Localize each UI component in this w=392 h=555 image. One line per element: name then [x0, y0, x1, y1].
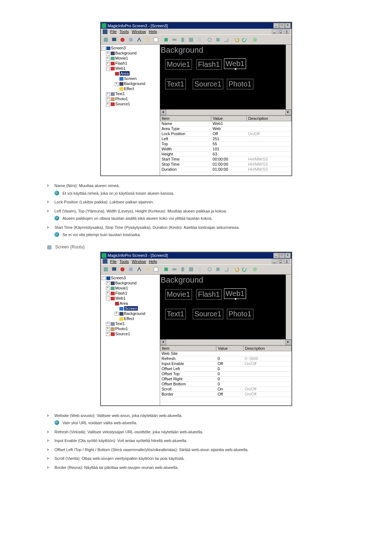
property-grid[interactable]: ItemValueDescriptionWeb SiteRefresh00~36… — [160, 345, 291, 405]
mdi-minimize-button[interactable]: _ — [272, 259, 277, 264]
menu-window[interactable]: Window — [132, 259, 146, 264]
grid-header[interactable]: Description — [243, 345, 291, 351]
property-grid[interactable]: ItemValueDescriptionNameWeb1Area TypeWeb… — [160, 115, 291, 175]
mdi-close-button[interactable]: × — [284, 29, 290, 34]
tool-icon[interactable] — [102, 266, 110, 274]
menu-tools[interactable]: Tools — [119, 259, 129, 264]
table-row[interactable]: Start Time00:00:00HH/MM/SS — [160, 157, 291, 162]
tree-item[interactable]: -Web1 — [102, 66, 159, 71]
tool-icon[interactable] — [110, 266, 118, 274]
tree-item[interactable]: +Background — [102, 50, 159, 56]
preview-canvas[interactable]: Background Movie1 Flash1 Web1 Text1 Sour… — [160, 275, 286, 339]
tool-icon[interactable] — [222, 36, 230, 44]
tool-icon[interactable] — [119, 266, 127, 274]
titlebar[interactable]: MagicInfoPro Screen3 - [Screen3] _ □ × — [101, 252, 291, 259]
table-row[interactable]: Top55 — [160, 142, 291, 147]
menu-tools[interactable]: Tools — [119, 29, 129, 34]
preview-box[interactable]: Movie1 — [165, 289, 192, 300]
undo-icon[interactable] — [233, 36, 241, 44]
tree-item[interactable]: Area — [102, 71, 159, 76]
vertical-scrollbar[interactable] — [286, 275, 291, 339]
table-row[interactable]: Stop Time01:00:00HH/MM/SS — [160, 162, 291, 167]
table-row[interactable]: Height63 — [160, 152, 291, 157]
tree-item[interactable]: +Background — [102, 280, 159, 285]
table-row[interactable]: Lock PositionOffOn/Off — [160, 131, 291, 137]
table-row[interactable]: Width101 — [160, 147, 291, 152]
tree-item[interactable]: +Photo1 — [102, 96, 159, 101]
tool-icon[interactable] — [135, 266, 143, 274]
tool-icon[interactable] — [179, 266, 187, 274]
maximize-button[interactable]: □ — [279, 253, 285, 258]
grid-header[interactable]: Item — [160, 345, 216, 351]
maximize-button[interactable]: □ — [279, 23, 285, 28]
vertical-scrollbar[interactable] — [286, 45, 291, 109]
preview-hscroll[interactable]: ◄ ► — [160, 109, 291, 115]
tool-icon[interactable] — [171, 266, 179, 274]
menu-help[interactable]: Help — [149, 29, 157, 34]
table-row[interactable]: NameWeb1 — [160, 121, 291, 126]
preview-box[interactable]: Source1 — [193, 79, 224, 89]
tool-icon[interactable] — [196, 266, 204, 274]
table-row[interactable]: Refresh00~3600 — [160, 356, 291, 361]
grid-header[interactable]: Value — [216, 345, 243, 351]
table-row[interactable]: Input EnableOffOn/Off — [160, 361, 291, 366]
mdi-close-button[interactable]: × — [284, 259, 290, 264]
redo-icon[interactable] — [241, 36, 249, 44]
titlebar[interactable]: MagicInfoPro Screen3 - [Screen3] _ □ × — [101, 23, 291, 29]
table-row[interactable]: Left251 — [160, 137, 291, 142]
preview-hscroll[interactable]: ◄ ► — [160, 339, 291, 345]
tree-item[interactable]: +Source1 — [102, 101, 159, 106]
table-row[interactable]: Offset Top0 — [160, 371, 291, 376]
preview-box[interactable]: Source1 — [193, 309, 224, 319]
tree-item[interactable]: Screen — [102, 306, 159, 311]
tool-icon[interactable] — [144, 266, 152, 274]
tree-pane[interactable]: -Screen3+Background+Movie1+Flash1-Web1Ar… — [101, 45, 160, 175]
tool-icon[interactable] — [187, 36, 195, 44]
table-row[interactable]: Offset Bottom0 — [160, 381, 291, 386]
mdi-minimize-button[interactable]: _ — [272, 29, 277, 34]
tool-icon[interactable] — [171, 36, 179, 44]
tool-icon[interactable] — [251, 266, 259, 274]
tool-icon[interactable] — [222, 266, 230, 274]
table-row[interactable]: Web Site — [160, 351, 291, 356]
close-button[interactable]: × — [285, 253, 291, 258]
tool-icon[interactable] — [127, 36, 135, 44]
tool-icon[interactable] — [206, 36, 214, 44]
menu-help[interactable]: Help — [149, 259, 157, 264]
tool-icon[interactable] — [127, 266, 135, 274]
scroll-right-icon[interactable]: ► — [285, 340, 291, 345]
tool-icon[interactable] — [179, 36, 187, 44]
tool-icon[interactable] — [135, 36, 143, 44]
preview-box-selected[interactable]: Web1 — [224, 58, 246, 69]
tool-icon[interactable] — [162, 36, 170, 44]
scroll-left-icon[interactable]: ◄ — [160, 110, 166, 115]
tool-icon[interactable] — [119, 36, 127, 44]
preview-box[interactable]: Text1 — [165, 79, 186, 89]
minimize-button[interactable]: _ — [273, 253, 279, 258]
table-row[interactable]: BorderOffOn/Off — [160, 392, 291, 397]
table-row[interactable]: ScrollOnOn/Off — [160, 386, 291, 392]
tool-icon[interactable] — [162, 266, 170, 274]
tree-item[interactable]: -Web1 — [102, 296, 159, 301]
tree-item[interactable]: +Movie1 — [102, 56, 159, 61]
preview-box[interactable]: Photo1 — [227, 79, 253, 89]
redo-icon[interactable] — [241, 266, 249, 274]
tool-icon[interactable] — [187, 266, 195, 274]
minimize-button[interactable]: _ — [273, 23, 279, 28]
preview-box[interactable]: Flash1 — [196, 289, 222, 300]
tool-icon[interactable] — [152, 36, 160, 44]
scroll-left-icon[interactable]: ◄ — [160, 340, 166, 345]
scroll-right-icon[interactable]: ► — [285, 110, 291, 115]
menu-window[interactable]: Window — [132, 29, 146, 34]
tool-icon[interactable] — [214, 266, 222, 274]
menu-file[interactable]: File — [110, 29, 117, 34]
tree-item[interactable]: +Movie1 — [102, 285, 159, 291]
grid-header[interactable]: Value — [211, 116, 246, 121]
tree-item[interactable]: +Background — [102, 81, 159, 86]
tool-icon[interactable] — [152, 266, 160, 274]
grid-header[interactable]: Item — [160, 116, 211, 121]
tool-icon[interactable] — [102, 36, 110, 44]
table-row[interactable]: Area TypeWeb — [160, 126, 291, 131]
tool-icon[interactable] — [144, 36, 152, 44]
tree-item[interactable]: +Flash1 — [102, 61, 159, 66]
